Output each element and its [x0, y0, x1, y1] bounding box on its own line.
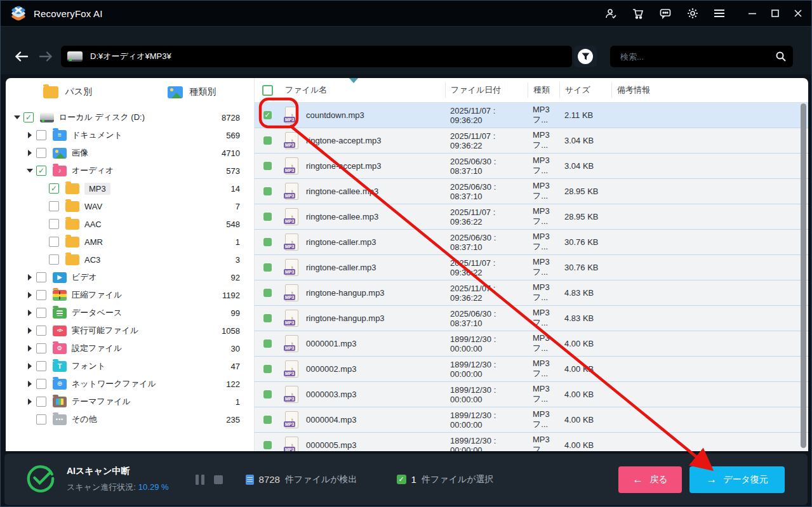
filter-button[interactable]	[574, 46, 597, 67]
expander-icon[interactable]	[25, 398, 35, 405]
tree-checkbox[interactable]	[49, 201, 59, 211]
tab-by-path[interactable]: パス別	[6, 78, 130, 106]
column-header[interactable]: 種類	[528, 82, 559, 98]
column-header[interactable]: サイズ	[559, 82, 611, 98]
file-checkbox[interactable]	[263, 136, 272, 145]
tree-item[interactable]: •••その他235	[6, 411, 254, 428]
file-checkbox[interactable]	[263, 187, 272, 195]
tree-item[interactable]: ✓♪オーディオ573	[6, 162, 254, 180]
file-checkbox[interactable]	[263, 213, 272, 221]
file-row[interactable]: ♪MP30000001.mp31899/12/30 : 00:00:00MP3 …	[255, 331, 808, 357]
pause-icon[interactable]	[196, 475, 204, 485]
tree-item[interactable]: ⊕ネットワークファイル122	[6, 375, 254, 393]
tree-checkbox[interactable]	[36, 361, 46, 371]
back-nav-icon[interactable]	[13, 48, 30, 65]
expander-icon[interactable]	[25, 150, 35, 156]
file-checkbox[interactable]	[263, 416, 272, 424]
expander-icon[interactable]	[12, 115, 22, 119]
column-header[interactable]: ファイル日付	[445, 82, 528, 98]
file-checkbox[interactable]	[263, 339, 272, 348]
tree-checkbox[interactable]: ✓	[49, 183, 59, 194]
sort-indicator-icon[interactable]	[349, 78, 359, 83]
file-checkbox[interactable]	[263, 162, 272, 170]
path-bar[interactable]	[61, 46, 572, 67]
tree-item[interactable]: AAC548	[6, 215, 254, 233]
tree-checkbox[interactable]	[49, 237, 59, 247]
tree-item[interactable]: AMR1	[6, 233, 254, 251]
expander-icon[interactable]	[25, 363, 35, 369]
expander-icon[interactable]	[25, 274, 35, 280]
file-checkbox[interactable]	[263, 441, 272, 449]
column-header[interactable]: ファイル名	[280, 82, 445, 98]
tree-item[interactable]: データベース99	[6, 304, 254, 322]
tree-checkbox[interactable]	[36, 343, 46, 353]
minimize-icon[interactable]	[748, 9, 757, 18]
expander-icon[interactable]	[25, 169, 35, 173]
expander-icon[interactable]	[25, 310, 35, 316]
file-row[interactable]: ♪MP3ringtone-accept.mp32025/11/07 : 09:3…	[255, 128, 808, 154]
file-row[interactable]: ✓♪MP3countdown.mp32025/11/07 : 09:36:20M…	[255, 103, 808, 128]
file-row[interactable]: ♪MP3ringtone-accept.mp32025/06/30 : 08:3…	[255, 154, 808, 179]
tree-checkbox[interactable]: ✓	[23, 112, 34, 122]
menu-icon[interactable]	[714, 9, 725, 18]
search-icon[interactable]	[775, 51, 787, 62]
tree-item[interactable]: 圧縮ファイル1192	[6, 286, 254, 304]
file-checkbox[interactable]	[263, 238, 272, 246]
expander-icon[interactable]	[25, 381, 35, 387]
file-row[interactable]: ♪MP3ringtone-hangup.mp32025/06/30 : 08:3…	[255, 306, 808, 331]
select-all-checkbox[interactable]	[262, 85, 273, 96]
expander-icon[interactable]	[25, 292, 35, 298]
tree-checkbox[interactable]: ✓	[36, 166, 46, 176]
tree-checkbox[interactable]	[36, 290, 46, 300]
stop-icon[interactable]	[214, 475, 223, 484]
tree-item[interactable]: テーマファイル1	[6, 393, 254, 411]
scrollbar-thumb[interactable]	[801, 103, 806, 448]
tree-item[interactable]: ▶ビデオ92	[6, 268, 254, 286]
tree-checkbox[interactable]	[36, 414, 46, 425]
file-checkbox[interactable]: ✓	[263, 111, 272, 119]
cart-icon[interactable]	[632, 8, 644, 19]
recover-button[interactable]: → データ復元	[689, 466, 785, 493]
expander-icon[interactable]	[25, 327, 35, 334]
file-row[interactable]: ♪MP30000003.mp31899/12/30 : 00:00:00MP3 …	[255, 382, 808, 407]
forward-nav-icon[interactable]	[37, 48, 54, 65]
close-icon[interactable]	[794, 9, 802, 18]
tree-item[interactable]: WAV7	[6, 197, 254, 215]
maximize-icon[interactable]	[771, 9, 780, 18]
file-row[interactable]: ♪MP3ringtone-caller.mp32025/11/07 : 09:3…	[255, 255, 808, 280]
settings-gear-icon[interactable]	[687, 8, 698, 19]
file-checkbox[interactable]	[263, 314, 272, 322]
tree-item[interactable]: 画像4710	[6, 144, 254, 162]
account-icon[interactable]	[605, 8, 617, 19]
file-row[interactable]: ♪MP30000002.mp31899/12/30 : 00:00:00MP3 …	[255, 357, 808, 382]
tree-checkbox[interactable]	[36, 148, 46, 158]
tree-item[interactable]: Tフォント47	[6, 357, 254, 375]
expander-icon[interactable]	[25, 132, 35, 138]
tree-item[interactable]: ≡ドキュメント569	[6, 126, 254, 144]
tree-checkbox[interactable]	[49, 254, 59, 265]
tree-checkbox[interactable]	[36, 130, 46, 140]
search-bar[interactable]	[610, 46, 793, 67]
path-input[interactable]	[89, 51, 566, 62]
tree-item[interactable]: ⚙設定ファイル30	[6, 339, 254, 357]
file-checkbox[interactable]	[263, 263, 272, 272]
file-row[interactable]: ♪MP3ringtone-hangup.mp32025/11/07 : 09:3…	[255, 280, 808, 306]
tree-item[interactable]: </>実行可能ファイル1058	[6, 322, 254, 339]
file-checkbox[interactable]	[263, 289, 272, 297]
file-checkbox[interactable]	[263, 390, 272, 398]
search-input[interactable]	[619, 51, 775, 62]
tree-item[interactable]: ✓MP314	[6, 180, 254, 197]
tree-checkbox[interactable]	[49, 219, 59, 229]
tree-checkbox[interactable]	[36, 308, 46, 318]
file-row[interactable]: ♪MP30000005.mp31899/12/30 : 00:00:00MP3 …	[255, 433, 808, 451]
file-row[interactable]: ♪MP3ringtone-caller.mp32025/06/30 : 08:3…	[255, 230, 808, 255]
column-header[interactable]: 備考情報	[611, 82, 808, 98]
tree-checkbox[interactable]	[36, 397, 46, 407]
file-row[interactable]: ♪MP30000004.mp31899/12/30 : 00:00:00MP3 …	[255, 407, 808, 433]
chat-icon[interactable]	[660, 8, 672, 19]
file-row[interactable]: ♪MP3ringtone-callee.mp32025/11/07 : 09:3…	[255, 204, 808, 230]
tree-checkbox[interactable]	[36, 379, 46, 389]
file-checkbox[interactable]	[263, 365, 272, 373]
back-button[interactable]: ← 戻る	[618, 466, 682, 493]
tree-checkbox[interactable]	[36, 326, 46, 336]
